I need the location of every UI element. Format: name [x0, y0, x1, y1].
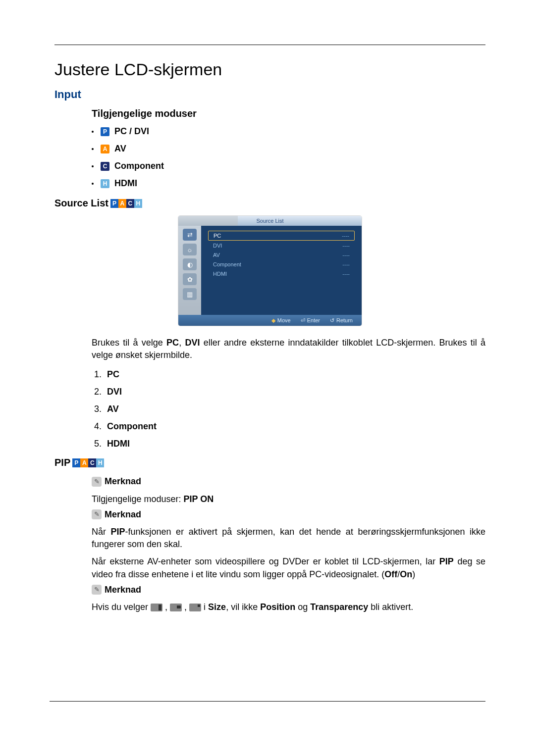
osd-row-component: Component ---- — [208, 260, 355, 269]
size-layout-3-icon — [189, 604, 201, 611]
osd-item-value: ---- — [342, 233, 349, 239]
osd-item-value: ---- — [342, 252, 350, 258]
osd-side-icons: ⇄ ☼ ◐ ✿ ▥ — [178, 226, 201, 315]
note-icon — [92, 585, 102, 595]
badge-p-icon: P — [101, 127, 109, 136]
bullet-icon — [92, 165, 94, 167]
available-modes-list: P PC / DVI A AV C Component H HDMI — [92, 126, 485, 189]
list-item: Component — [104, 421, 485, 432]
badge-h-icon: H — [101, 179, 109, 188]
list-item-label: AV — [107, 404, 119, 414]
badge-strip-icon: P A C H — [110, 199, 142, 208]
bullet-icon — [92, 183, 94, 185]
description-paragraph: Brukes til å velge PC, DVI eller andre e… — [92, 337, 485, 361]
osd-body: ⇄ ☼ ◐ ✿ ▥ PC ---- DVI ---- — [178, 226, 362, 315]
osd-side-picture-icon: ☼ — [183, 244, 197, 255]
pip-size-paragraph: Hvis du velger , , i Size, vil ikke Posi… — [92, 601, 485, 613]
text: Når — [92, 527, 111, 537]
text-bold: Off — [384, 569, 397, 579]
page-title: Justere LCD-skjermen — [54, 60, 485, 79]
note-icon — [92, 509, 102, 519]
osd-side-setup-icon: ✿ — [183, 273, 197, 285]
osd-item-name: Component — [213, 261, 241, 267]
text-bold: Size — [208, 602, 226, 612]
text-bold: Transparency — [310, 602, 368, 612]
badge-c-icon: C — [88, 458, 96, 467]
badge-c-icon: C — [101, 162, 109, 171]
text-bold: On — [400, 569, 412, 579]
pip-heading: PIP P A C H — [54, 457, 485, 468]
modes-heading: Tilgjengelige moduser — [92, 108, 485, 119]
text: i — [204, 602, 208, 612]
note-label: Merknad — [105, 508, 141, 521]
note-label: Merknad — [105, 584, 141, 596]
list-item-label: Component — [107, 421, 157, 431]
text: , vil ikke — [226, 602, 260, 612]
osd-row-hdmi: HDMI ---- — [208, 269, 355, 278]
text: Når eksterne AV-enheter som videospiller… — [92, 556, 439, 566]
list-item-label: PC — [107, 369, 119, 379]
osd-titlebar: Source List — [178, 216, 362, 226]
pip-content: Merknad Tilgjengelige moduser: PIP ON Me… — [92, 475, 485, 613]
osd-item-name: PC — [214, 233, 221, 239]
text: Brukes til å velge — [92, 338, 166, 348]
mode-label: HDMI — [114, 178, 137, 189]
text: -funksjonen er aktivert på skjermen, kan… — [92, 527, 485, 549]
list-item-label: DVI — [107, 387, 122, 397]
top-rule — [54, 45, 485, 45]
osd-footer: Move Enter Return — [178, 315, 362, 326]
list-item-label: HDMI — [107, 439, 130, 449]
size-layout-2-icon — [170, 604, 182, 611]
text-bold: Position — [260, 602, 295, 612]
osd-row-dvi: DVI ---- — [208, 241, 355, 250]
note-icon — [92, 477, 102, 487]
osd-side-multi-icon: ▥ — [183, 288, 197, 300]
osd-screenshot: Source List ⇄ ☼ ◐ ✿ ▥ PC ---- DVI — [178, 216, 362, 326]
document-page: Justere LCD-skjermen Input Tilgjengelige… — [0, 0, 535, 756]
mode-label: AV — [114, 144, 126, 154]
mode-item-hdmi: H HDMI — [92, 178, 485, 189]
osd-return-label: Return — [330, 317, 353, 324]
osd-item-value: ---- — [342, 243, 350, 249]
source-numbered-list: PC DVI AV Component HDMI — [104, 369, 485, 449]
mode-item-av: A AV — [92, 144, 485, 154]
badge-p-icon: P — [110, 199, 118, 208]
pip-available-line: Tilgjengelige moduser: PIP ON — [92, 493, 485, 505]
osd-main-list: PC ---- DVI ---- AV ---- Component ---- — [201, 226, 362, 315]
mode-item-pc: P PC / DVI — [92, 126, 485, 137]
bullet-icon — [92, 148, 94, 150]
text: og — [295, 602, 310, 612]
badge-h-icon: H — [134, 199, 142, 208]
list-item: HDMI — [104, 439, 485, 449]
mode-label: Component — [114, 161, 164, 171]
text-bold: PIP — [439, 556, 454, 566]
list-item: AV — [104, 404, 485, 414]
text-bold: PIP ON — [183, 494, 214, 504]
text: bli aktivert. — [368, 602, 413, 612]
osd-move-label: Move — [271, 317, 291, 324]
pip-warning-paragraph: Når PIP-funksjonen er aktivert på skjerm… — [92, 526, 485, 551]
osd-window: Source List ⇄ ☼ ◐ ✿ ▥ PC ---- DVI — [178, 216, 362, 326]
source-list-description: Brukes til å velge PC, DVI eller andre e… — [92, 337, 485, 361]
text: Tilgjengelige moduser: — [92, 494, 183, 504]
osd-item-name: HDMI — [213, 271, 227, 277]
size-layout-1-icon — [151, 604, 162, 611]
badge-p-icon: P — [72, 458, 80, 467]
pip-heading-label: PIP — [54, 457, 70, 468]
text-bold-pc: PC — [166, 338, 179, 348]
source-list-heading: Source List P A C H — [54, 198, 485, 209]
text-bold-dvi: DVI — [185, 338, 200, 348]
text-bold: PIP — [111, 527, 125, 537]
list-item: DVI — [104, 387, 485, 397]
list-item: PC — [104, 369, 485, 380]
note-label: Merknad — [105, 475, 141, 488]
osd-side-input-icon: ⇄ — [183, 229, 197, 241]
mode-label: PC / DVI — [114, 126, 149, 137]
osd-row-av: AV ---- — [208, 251, 355, 259]
bullet-icon — [92, 131, 94, 133]
note-row: Merknad — [92, 508, 485, 521]
badge-h-icon: H — [96, 458, 104, 467]
osd-title-label: Source List — [256, 218, 283, 224]
note-row: Merknad — [92, 475, 485, 488]
source-list-heading-label: Source List — [54, 198, 108, 209]
